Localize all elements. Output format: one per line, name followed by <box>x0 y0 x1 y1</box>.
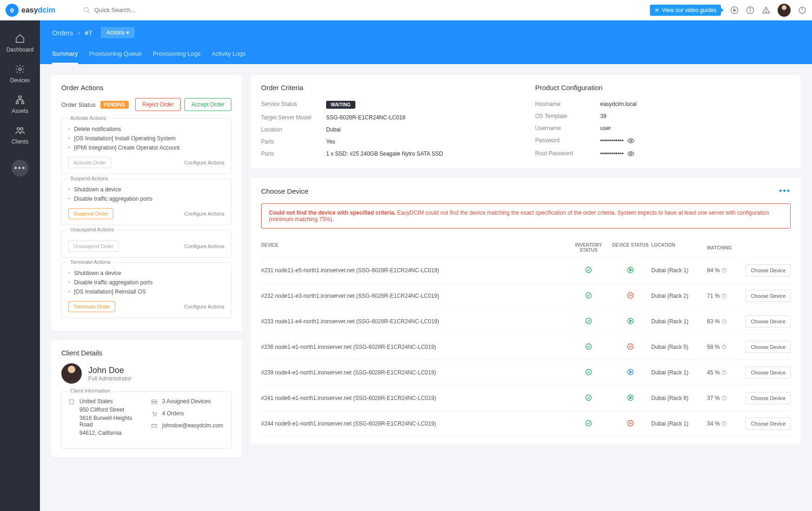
inventory-status-icon <box>568 368 609 377</box>
inventory-status-icon <box>568 292 609 301</box>
device-matching: 34 % <box>707 420 740 427</box>
kv-key: Password <box>535 137 600 144</box>
logo[interactable]: e easydcim <box>6 4 55 17</box>
help-icon[interactable] <box>721 293 727 299</box>
client-meta-text: 4 Orders <box>162 410 184 417</box>
action-section-title: Suspend Actions <box>67 176 111 181</box>
eye-icon[interactable] <box>627 137 635 144</box>
activate-order-button[interactable]: Activate Order <box>68 157 111 168</box>
table-row: #232 node11-e3-north1.ironserver.net (SS… <box>261 283 791 309</box>
power-icon[interactable] <box>798 6 806 14</box>
reject-order-button[interactable]: Reject Order <box>135 98 181 111</box>
order-status-label: Order Status <box>61 101 96 108</box>
choose-device-button[interactable]: Choose Device <box>746 264 791 276</box>
table-row: #239 node4-e1-north1.ironserver.net (SSG… <box>261 360 791 386</box>
choose-device-button[interactable]: Choose Device <box>746 392 791 404</box>
sidebar-item-dashboard[interactable]: Dashboard <box>0 28 40 59</box>
device-name: #239 node4-e1-north1.ironserver.net (SSG… <box>261 369 568 376</box>
help-icon[interactable] <box>721 268 727 273</box>
svg-rect-14 <box>22 102 24 104</box>
client-meta-row: 3 Assigned Devices <box>151 398 224 406</box>
choose-device-button[interactable]: Choose Device <box>746 367 791 379</box>
topbar-icons <box>730 4 806 17</box>
svg-point-38 <box>586 318 591 324</box>
sidebar-item-label: Assets <box>12 108 28 114</box>
svg-marker-56 <box>630 396 632 399</box>
device-status-icon <box>609 343 651 352</box>
svg-point-31 <box>724 271 725 272</box>
svg-marker-51 <box>630 371 632 373</box>
help-icon[interactable] <box>721 421 727 426</box>
actions-dropdown[interactable]: Actions ▾ <box>101 27 135 38</box>
video-guides-button[interactable]: ✕ View our video guides <box>650 5 721 16</box>
sidebar-item-clients[interactable]: Clients <box>0 120 40 151</box>
sidebar-more-button[interactable]: ••• <box>12 160 28 177</box>
device-location: Dubai (Rack 1) <box>651 420 707 427</box>
device-matching: 63 % <box>707 318 740 325</box>
svg-point-53 <box>724 373 725 374</box>
client-info-title: Client Information <box>67 388 113 393</box>
help-icon[interactable] <box>721 395 727 401</box>
tab-activity-logs[interactable]: Activity Logs <box>212 45 246 64</box>
help-icon[interactable] <box>721 319 727 324</box>
svg-point-22 <box>153 415 154 416</box>
more-options-button[interactable]: ••• <box>779 186 791 196</box>
logo-icon: e <box>6 4 19 17</box>
play-circle-icon[interactable] <box>730 6 739 14</box>
mail-icon <box>151 422 157 431</box>
chevron-right-icon: › <box>78 29 80 36</box>
search-input[interactable] <box>94 7 187 13</box>
suspend-order-button[interactable]: Suspend Order <box>68 208 113 219</box>
col-header-matching: MATCHING <box>707 242 740 253</box>
action-item: Disable traffic aggregation ports <box>68 194 224 203</box>
action-item: [IPMI Integration] Create Operator Accou… <box>68 143 224 152</box>
kv-row: PartsYes <box>261 136 517 148</box>
svg-point-54 <box>586 395 591 400</box>
svg-marker-29 <box>630 269 632 271</box>
device-status-icon <box>609 317 651 326</box>
table-row: #233 node11-e4-north1.ironserver.net (SS… <box>261 309 791 334</box>
svg-point-23 <box>156 415 157 416</box>
configure-actions-link[interactable]: Configure Actions <box>184 211 224 216</box>
configure-actions-link[interactable]: Configure Actions <box>184 243 224 249</box>
tab-summary[interactable]: Summary <box>52 45 78 64</box>
configure-actions-link[interactable]: Configure Actions <box>184 304 224 309</box>
device-name: #232 node11-e3-north1.ironserver.net (SS… <box>261 293 568 299</box>
terminate-order-button[interactable]: Terminate Order <box>68 301 115 312</box>
search[interactable] <box>83 7 187 14</box>
unsuspend-order-button[interactable]: Unsuspend Order <box>68 241 119 252</box>
accept-order-button[interactable]: Accept Order <box>184 98 231 111</box>
svg-point-49 <box>586 369 591 375</box>
choose-device-button[interactable]: Choose Device <box>746 418 791 430</box>
info-icon[interactable] <box>746 6 754 14</box>
svg-point-8 <box>766 12 766 13</box>
help-icon[interactable] <box>721 370 727 375</box>
choose-device-button[interactable]: Choose Device <box>746 290 791 302</box>
eye-icon[interactable] <box>627 150 635 157</box>
choose-device-button[interactable]: Choose Device <box>746 341 791 353</box>
sidebar-item-assets[interactable]: Assets <box>0 89 40 120</box>
kv-row: LocationDubai <box>261 124 517 136</box>
choose-device-button[interactable]: Choose Device <box>746 315 791 328</box>
user-avatar[interactable] <box>778 4 791 17</box>
device-status-icon <box>609 394 651 403</box>
action-item: [OS Installation] Reinstall OS <box>68 287 224 296</box>
kv-row: Target Server ModelSSG-6028R-E1CR24NC-LC… <box>261 111 517 124</box>
tab-provisioning-logs[interactable]: Provisioning Logs <box>153 45 201 64</box>
breadcrumb-parent[interactable]: Orders <box>52 29 73 37</box>
sidebar-item-label: Clients <box>12 138 29 145</box>
svg-point-32 <box>586 293 591 298</box>
table-row: #236 node1-e1-north1.ironserver.net (SSG… <box>261 334 791 360</box>
kv-row: OS Template39 <box>535 110 791 122</box>
tab-provisioning-queue[interactable]: Provisioning Queue <box>89 45 142 64</box>
sidebar-item-devices[interactable]: Devices <box>0 59 40 89</box>
warning-icon[interactable] <box>762 6 770 14</box>
kv-val: WAITING <box>326 101 355 109</box>
configure-actions-link[interactable]: Configure Actions <box>184 160 224 165</box>
help-icon[interactable] <box>721 344 727 350</box>
svg-point-0 <box>84 7 88 12</box>
breadcrumb: Orders › #7 Actions ▾ <box>40 20 812 45</box>
svg-marker-40 <box>630 320 632 322</box>
close-icon[interactable]: ✕ <box>655 7 659 13</box>
action-item: Delete notifications <box>68 124 224 134</box>
